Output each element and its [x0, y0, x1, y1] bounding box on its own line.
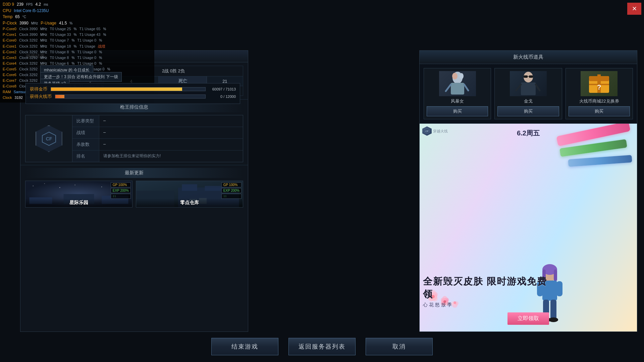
gk-kills-row: 杀敌数 –: [72, 139, 243, 150]
svg-point-7: [101, 187, 102, 187]
svg-rect-26: [524, 75, 528, 78]
svg-point-3: [33, 186, 34, 186]
svg-rect-15: [182, 184, 197, 191]
svg-rect-16: [205, 186, 224, 191]
gk-match-type-label: 比赛类型: [72, 115, 99, 127]
updates-section: 最新更新 GP 100% EXP 200% ↑↑: [20, 165, 248, 331]
gk-rank-row: 排名 请参加枪王排位来证明你的实力!: [72, 150, 243, 162]
svg-point-4: [44, 183, 45, 184]
shop-item-3-img: ?: [581, 71, 618, 96]
card2-gp-badge: GP 100%: [221, 182, 241, 187]
hud-clock-val: 3192: [15, 95, 23, 101]
svg-point-6: [75, 185, 75, 185]
update-card-2[interactable]: GP 100% EXP 200% ↑↑: [136, 181, 243, 207]
cf-logo-hex: CF: [36, 125, 62, 152]
svg-rect-27: [529, 75, 533, 78]
shop-header: 新火线币道具: [420, 51, 637, 64]
shop-item-3-label: 火线币商城22兑换券: [579, 98, 619, 104]
banner-area: CF 穿越火线: [420, 124, 637, 331]
cf-logo-small-icon: CF: [422, 126, 432, 136]
xp-coin-val: 0 / 12000: [209, 95, 236, 99]
right-panel: 新火线币道具 风暴女 购买: [419, 50, 637, 332]
svg-rect-60: [554, 269, 557, 281]
svg-point-21: [460, 73, 464, 79]
svg-line-30: [516, 84, 521, 90]
svg-point-20: [452, 73, 458, 79]
svg-text:?: ?: [597, 83, 601, 91]
close-button[interactable]: ✕: [627, 3, 641, 15]
shop-buy-btn-2[interactable]: 购买: [497, 106, 559, 116]
card2-up-badge: ↑↑: [221, 194, 241, 199]
gk-battle-label: 战绩: [72, 127, 99, 138]
hud-cpu-model: Intel Core i5-1235U: [14, 8, 49, 14]
xp-popup: 获得金币 60097 / 71013 获得火线币 0 / 12000: [25, 83, 240, 104]
shop-buy-btn-3[interactable]: 购买: [569, 106, 630, 116]
cancel-button[interactable]: 取消: [366, 338, 433, 355]
shop-buy-btn-1[interactable]: 购买: [427, 106, 488, 116]
hud-pusage-val: 41.5: [59, 20, 67, 26]
gk-rank-note: 请参加枪王排位来证明你的实力!: [99, 150, 165, 162]
card1-badges: GP 100% EXP 200% ↑↑: [111, 182, 131, 199]
gk-kills-label: 杀敌数: [72, 139, 99, 150]
shop-items: 风暴女 购买 金戈 购买: [420, 64, 637, 124]
hud-fps-label: FPS: [26, 2, 33, 7]
xp-gold-bar: [51, 87, 206, 91]
update-card-1[interactable]: GP 100% EXP 200% ↑↑: [25, 181, 132, 207]
hud-temp-unit: °C: [22, 14, 26, 20]
hud-cpu-label: CPU: [3, 8, 11, 14]
cf-watermark: CF 穿越火线: [422, 126, 448, 136]
svg-rect-22: [451, 83, 464, 95]
svg-rect-63: [556, 281, 562, 296]
gun-king-section: 枪王排位信息 CF 比赛类型 – 战绩 –: [20, 99, 248, 165]
updates-title: 最新更新: [25, 168, 243, 178]
hud-temp-label: Temp: [3, 14, 12, 20]
svg-line-23: [446, 84, 451, 91]
gk-battle-row: 战绩 –: [72, 127, 243, 139]
hud-pusage-label: P-Usage: [41, 20, 56, 26]
update-cards: GP 100% EXP 200% ↑↑: [25, 181, 243, 207]
return-server-button[interactable]: 返回服务器列表: [288, 338, 356, 355]
action-buttons: 结束游戏 返回服务器列表 取消: [211, 338, 433, 355]
gun-king-inner: CF 比赛类型 – 战绩 – 杀敌数 – 排名: [25, 115, 243, 162]
hud-pclock-label: P-Clock: [3, 20, 17, 26]
banner-main-text: 全新毁灭皮肤 限时游戏免费领 心花怒放季: [423, 275, 550, 308]
hud-temp-val: 65: [15, 14, 19, 20]
svg-rect-65: [550, 300, 556, 320]
svg-text:CF: CF: [425, 130, 429, 132]
svg-line-24: [464, 84, 468, 90]
hud-ram-label: RAM: [3, 89, 11, 95]
shop-item-2-label: 金戈: [524, 98, 533, 104]
shop-item-2: 金戈 购买: [494, 68, 562, 119]
card1-exp-badge: EXP 200%: [111, 188, 131, 193]
hud-pclock-unit: MHz: [31, 21, 38, 26]
svg-text:CF: CF: [46, 136, 52, 141]
cf-watermark-text: 穿越火线: [433, 129, 448, 134]
shop-title: 新火线币道具: [513, 54, 543, 60]
svg-point-5: [59, 187, 60, 188]
shop-item-3: ? 火线币商城22兑换券 购买: [566, 68, 633, 119]
banner-cta-button[interactable]: 立即领取: [507, 312, 549, 325]
hud-d3d: D3D 9: [3, 1, 14, 8]
hud-ms-label: ms: [44, 2, 48, 7]
gk-match-type-val: –: [99, 115, 243, 127]
hud-pclock-val: 3990: [19, 20, 29, 26]
end-game-button[interactable]: 结束游戏: [211, 338, 278, 355]
hud-ms-val: 4.2: [36, 1, 41, 8]
gk-battle-val: –: [99, 127, 243, 138]
shop-item-1-img: [439, 71, 476, 96]
card2-exp-badge: EXP 200%: [221, 188, 241, 193]
shop-item-1: 风暴女 购买: [424, 68, 491, 119]
xp-coin-label: 获得火线币: [30, 94, 52, 100]
card1-up-badge: ↑↑: [111, 194, 131, 199]
gk-rank-label: 排名: [72, 150, 99, 162]
hud-clock-label: Clock: [3, 95, 12, 101]
gun-king-emblem: CF: [25, 115, 72, 162]
banner-date: 6.2周五: [517, 129, 540, 138]
card2-badges: GP 100% EXP 200% ↑↑: [221, 182, 241, 199]
svg-line-31: [536, 84, 540, 90]
xp-gold-val: 60097 / 71013: [209, 87, 236, 91]
guns-decoration: [550, 127, 634, 181]
close-icon: ✕: [632, 5, 637, 12]
xp-coin-bar: [55, 95, 206, 99]
gun-king-table: 比赛类型 – 战绩 – 杀敌数 – 排名 请参加枪王排位来证明你的实力!: [72, 115, 243, 162]
